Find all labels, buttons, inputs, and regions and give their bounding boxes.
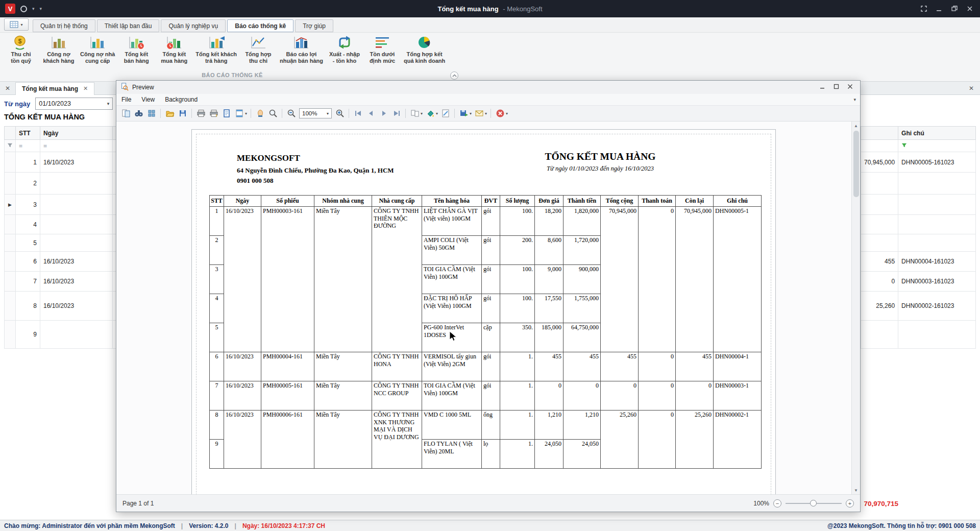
close-preview-button[interactable]: ▾ xyxy=(494,108,509,119)
ribbon-button[interactable]: Tổng kết mua hàng xyxy=(155,34,193,69)
ribbon-button[interactable]: Xuất - nhập - tồn kho xyxy=(326,34,363,69)
grid-row[interactable] xyxy=(861,173,976,195)
zoom-in-button[interactable] xyxy=(333,108,346,119)
report-cell: DHN00003-1 xyxy=(714,381,762,411)
column-header[interactable]: Ghi chú xyxy=(898,127,976,140)
close-document-left-button[interactable]: ✕ xyxy=(0,85,15,92)
restore-icon[interactable] xyxy=(950,6,959,12)
close-icon[interactable] xyxy=(966,6,974,12)
menu-item[interactable]: Background xyxy=(160,96,203,103)
next-page-button[interactable] xyxy=(377,108,390,119)
grid-row[interactable] xyxy=(861,195,976,215)
ribbon-button[interactable]: Tổng kết khách trả hàng xyxy=(193,34,239,69)
page-setup-button[interactable] xyxy=(220,108,233,119)
filter-cell[interactable]: = xyxy=(16,140,40,152)
fullscreen-icon[interactable] xyxy=(920,6,928,12)
document-tab[interactable]: Tổng kết mua hàng ✕ xyxy=(15,82,94,95)
preview-minimize-button[interactable] xyxy=(820,84,825,91)
last-page-button[interactable] xyxy=(390,108,403,119)
thumbnails-button[interactable] xyxy=(145,108,158,119)
email-button[interactable]: ▾ xyxy=(473,108,488,119)
multi-page-button[interactable]: ▾ xyxy=(408,108,424,119)
ribbon-button[interactable]: $Thu chi tồn quỹ xyxy=(2,34,40,69)
calendar-caret-icon[interactable]: ▾ xyxy=(107,101,110,106)
watermark-button[interactable] xyxy=(439,108,452,119)
quick-access-caret-icon[interactable]: ▾ xyxy=(32,6,35,11)
preview-document-area[interactable]: MEKONGSOFT 64 Nguyễn Đình Chiểu, Phường … xyxy=(116,122,860,494)
preview-maximize-button[interactable] xyxy=(834,84,839,91)
grid-row[interactable] xyxy=(861,215,976,234)
zoom-slider-knob[interactable] xyxy=(810,500,817,506)
tab-close-icon[interactable]: ✕ xyxy=(83,85,88,92)
report-cell: 1. xyxy=(500,352,535,381)
ribbon-button[interactable]: Báo cáo lợi nhuận bán hàng xyxy=(277,34,326,69)
ribbon-button[interactable]: Công nợ khách hàng xyxy=(40,34,78,69)
zoom-slider[interactable] xyxy=(786,503,842,504)
filter-funnel-icon[interactable] xyxy=(5,140,16,152)
ribbon-button-label: Thu chi tồn quỹ xyxy=(11,51,31,64)
ribbon-tab[interactable]: Báo cáo thống kê xyxy=(227,19,293,32)
grid-row[interactable] xyxy=(861,321,976,349)
ribbon-button[interactable]: Tồn dưới định mức xyxy=(363,34,401,69)
report-column-header: Ngày xyxy=(224,196,261,207)
scrollbar-thumb[interactable] xyxy=(853,131,859,197)
prev-page-button[interactable] xyxy=(364,108,377,119)
grid-row[interactable]: 70,945,000DHN00005-161023 xyxy=(861,152,976,173)
print-button[interactable] xyxy=(194,108,207,119)
preview-statusbar: Page 1 of 1 100% − + xyxy=(116,494,860,512)
ribbon-tab[interactable]: Quản lý nghiệp vụ xyxy=(161,19,226,32)
document-map-button[interactable] xyxy=(119,108,132,119)
scroll-down-icon[interactable]: ▼ xyxy=(854,486,858,494)
scale-button[interactable]: ▾ xyxy=(233,108,248,119)
close-document-right-button[interactable]: ✕ xyxy=(969,85,980,92)
zoom-out-button[interactable]: − xyxy=(773,499,781,508)
search-button[interactable] xyxy=(132,108,145,119)
export-button[interactable]: ▾ xyxy=(457,108,473,119)
minimize-icon[interactable] xyxy=(935,6,943,12)
ribbon-button[interactable]: Tổng kết bán hàng xyxy=(117,34,155,69)
menu-item[interactable]: View xyxy=(136,96,160,103)
toolbar-options-caret-icon[interactable]: ▾ xyxy=(40,6,42,11)
menu-item[interactable]: File xyxy=(116,96,136,103)
ribbon-button[interactable]: Công nợ nhà cung cấp xyxy=(78,34,117,69)
report-cell: 0 xyxy=(639,207,676,352)
zoom-in-button[interactable]: + xyxy=(846,499,854,508)
column-header[interactable]: STT xyxy=(16,127,40,140)
grid-row[interactable]: 455DHN00004-161023 xyxy=(861,252,976,272)
report-cell: 64,750,000 xyxy=(564,323,601,352)
zoom-out-button[interactable] xyxy=(285,108,298,119)
ribbon-button[interactable]: Tổng hợp thu chi xyxy=(239,34,277,69)
ribbon-tab[interactable]: Quản trị hệ thống xyxy=(33,19,95,32)
app-menu-button[interactable]: ▾ xyxy=(4,18,29,31)
filter-funnel-green-icon[interactable] xyxy=(898,140,976,152)
first-page-button[interactable] xyxy=(352,108,364,119)
ribbon-collapse-button[interactable] xyxy=(450,71,458,80)
report-cell: 70,945,000 xyxy=(676,207,714,352)
open-button[interactable] xyxy=(163,108,176,119)
ribbon-tab[interactable]: Thiết lập ban đầu xyxy=(97,19,160,32)
page-color-button[interactable]: ▾ xyxy=(424,108,439,119)
zoom-level-combo[interactable]: 100%▾ xyxy=(299,108,332,118)
ribbon-button[interactable]: Tổng hợp kết quả kinh doanh xyxy=(401,34,448,69)
menubar-overflow-caret-icon[interactable]: ▾ xyxy=(853,97,860,102)
ribbon-tab[interactable]: Trợ giúp xyxy=(295,19,333,32)
grid-row[interactable]: 25,260DHN00002-161023 xyxy=(861,292,976,321)
report-cell: PMH00004-161 xyxy=(261,352,314,381)
preview-close-button[interactable] xyxy=(847,84,853,91)
quick-access-circle-icon[interactable] xyxy=(20,6,27,12)
filter-cell[interactable]: = xyxy=(40,140,113,152)
report-cell: 16/10/2023 xyxy=(224,352,261,381)
quick-print-button[interactable] xyxy=(207,108,220,119)
ribbon-button-label: Tổng hợp thu chi xyxy=(245,51,271,64)
save-button[interactable] xyxy=(176,108,189,119)
magnifier-button[interactable] xyxy=(266,108,279,119)
from-date-input[interactable]: 01/10/2023 ▾ xyxy=(35,98,113,110)
grid-row[interactable]: 0DHN00003-161023 xyxy=(861,272,976,292)
scroll-up-icon[interactable]: ▲ xyxy=(854,122,858,130)
hand-tool-button[interactable] xyxy=(254,108,266,119)
preview-scrollbar[interactable]: ▲ ▼ xyxy=(851,122,860,494)
column-header[interactable]: Ngày xyxy=(40,127,113,140)
ribbon-button-label: Tổng kết mua hàng xyxy=(161,51,187,64)
grid-row[interactable] xyxy=(861,234,976,252)
preview-titlebar[interactable]: Preview xyxy=(116,81,860,94)
